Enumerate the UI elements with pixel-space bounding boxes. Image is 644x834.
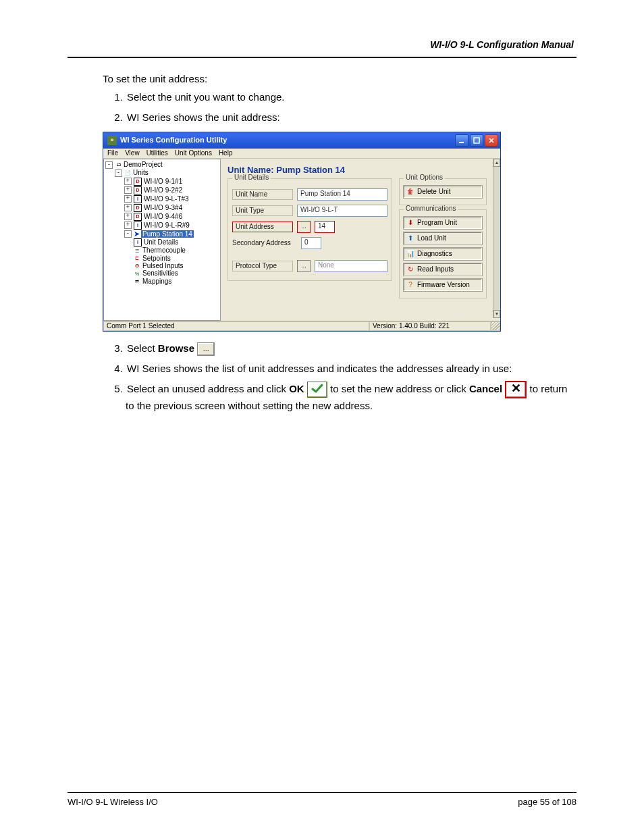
delete-unit-button[interactable]: 🗑Delete Unit	[403, 185, 483, 199]
maximize-button[interactable]	[470, 134, 483, 147]
window-titlebar[interactable]: » WI Series Configuration Utility	[103, 132, 500, 149]
menu-bar: File View Utilities Unit Options Help	[103, 149, 500, 158]
vertical-scrollbar[interactable]: ▲ ▼	[493, 159, 500, 318]
tree-node-5[interactable]: WI-I/O 9-L-R#9	[144, 221, 190, 228]
firmware-version-button[interactable]: ?Firmware Version	[403, 278, 483, 292]
menu-file[interactable]: File	[107, 150, 118, 157]
tree-root[interactable]: DemoProject	[124, 161, 163, 168]
unit-address-field[interactable]: 14	[315, 221, 335, 233]
upload-icon: ⬆	[406, 234, 414, 242]
ok-inline-button[interactable]	[307, 382, 327, 398]
browse-inline-button[interactable]: ...	[197, 342, 215, 356]
status-bar: Comm Port 1 Selected Version: 1.40.0 Bui…	[103, 321, 500, 331]
scroll-up-icon[interactable]: ▲	[493, 159, 500, 167]
menu-view[interactable]: View	[125, 150, 140, 157]
secondary-address-field[interactable]: 0	[301, 237, 321, 249]
tree-child-5[interactable]: Mappings	[142, 278, 171, 285]
communications-group: Communications ⬇Program Unit ⬆Load Unit …	[399, 209, 487, 298]
project-tree[interactable]: -🗂DemoProject -📄Units +DWI-I/O 9-1#1 +DW…	[103, 159, 221, 321]
menu-unit-options[interactable]: Unit Options	[175, 150, 212, 157]
tree-child-2[interactable]: Setpoints	[142, 255, 171, 262]
app-icon: »	[107, 136, 117, 145]
menu-help[interactable]: Help	[219, 150, 233, 157]
footer-rule	[68, 792, 576, 793]
window-title: WI Series Configuration Utility	[120, 136, 455, 144]
tree-node-selected[interactable]: Pump Station 14	[141, 230, 194, 238]
protocol-browse-button[interactable]: ...	[297, 260, 311, 272]
protocol-type-field[interactable]: None	[315, 260, 387, 272]
read-inputs-button[interactable]: ↻Read Inputs	[403, 263, 483, 276]
tree-child-0[interactable]: Unit Details	[144, 238, 178, 246]
unit-details-group: Unit Details Unit Name Pump Station 14 U…	[227, 178, 392, 281]
arrow-icon: ➤	[134, 230, 140, 238]
step-5: Select an unused address and click OK to…	[126, 383, 567, 411]
unit-name-label: Unit Name	[232, 189, 293, 200]
chart-icon: 📊	[406, 250, 414, 258]
resize-grip[interactable]	[491, 321, 500, 331]
header-rule	[68, 57, 576, 58]
step-3: Select Browse ...	[126, 342, 215, 354]
unit-type-field[interactable]: WI-I/O 9-L-T	[297, 205, 387, 217]
panel-title: Unit Name: Pump Station 14	[227, 165, 488, 174]
unit-options-legend: Unit Options	[404, 174, 445, 181]
footer-left: WI-I/O 9-L Wireless I/O	[68, 797, 158, 807]
svg-rect-1	[474, 138, 479, 143]
tree-child-4[interactable]: Sensitivities	[142, 269, 178, 277]
footer-right: page 55 of 108	[518, 797, 576, 807]
communications-legend: Communications	[404, 205, 458, 212]
menu-utilities[interactable]: Utilities	[146, 150, 168, 157]
unit-name-field[interactable]: Pump Station 14	[297, 188, 387, 201]
status-left: Comm Port 1 Selected	[103, 321, 369, 331]
tree-child-3[interactable]: Pulsed Inputs	[142, 262, 184, 269]
close-button[interactable]	[485, 134, 498, 147]
unit-details-legend: Unit Details	[232, 174, 271, 181]
step-4: WI Series shows the list of unit address…	[126, 363, 512, 374]
download-icon: ⬇	[406, 219, 414, 227]
tree-node-3[interactable]: WI-I/O 9-3#4	[144, 203, 182, 211]
svg-rect-0	[459, 142, 464, 143]
unit-options-group: Unit Options 🗑Delete Unit	[399, 178, 487, 205]
minimize-button[interactable]	[455, 134, 468, 147]
program-unit-button[interactable]: ⬇Program Unit	[403, 216, 483, 230]
status-right: Version: 1.40.0 Build: 221	[369, 321, 491, 331]
unit-address-label: Unit Address	[232, 221, 293, 232]
refresh-icon: ↻	[406, 265, 414, 273]
browse-button[interactable]: ...	[297, 221, 311, 233]
secondary-address-label: Secondary Address	[232, 240, 297, 246]
intro-text: To set the unit address:	[103, 73, 576, 84]
step-2: WI Series shows the unit address:	[126, 111, 280, 123]
tree-node-2[interactable]: WI-I/O 9-L-T#3	[144, 194, 189, 202]
tree-child-1[interactable]: Thermocouple	[142, 246, 186, 254]
doc-header-title: WI-I/O 9-L Configuration Manual	[68, 39, 576, 50]
tree-units[interactable]: Units	[133, 169, 149, 176]
trash-icon: 🗑	[406, 188, 414, 196]
tree-node-0[interactable]: WI-I/O 9-1#1	[144, 177, 182, 184]
diagnostics-button[interactable]: 📊Diagnostics	[403, 247, 483, 261]
load-unit-button[interactable]: ⬆Load Unit	[403, 232, 483, 245]
protocol-type-label: Protocol Type	[232, 261, 293, 271]
cancel-inline-button[interactable]: ✕	[505, 381, 527, 398]
app-window: » WI Series Configuration Utility File V…	[103, 132, 501, 332]
step-1: Select the unit you want to change.	[126, 91, 285, 103]
question-icon: ?	[406, 281, 414, 289]
tree-node-1[interactable]: WI-I/O 9-2#2	[144, 186, 182, 193]
tree-node-4[interactable]: WI-I/O 9-4#6	[144, 212, 182, 219]
unit-type-label: Unit Type	[232, 205, 293, 216]
scroll-down-icon[interactable]: ▼	[493, 310, 500, 318]
